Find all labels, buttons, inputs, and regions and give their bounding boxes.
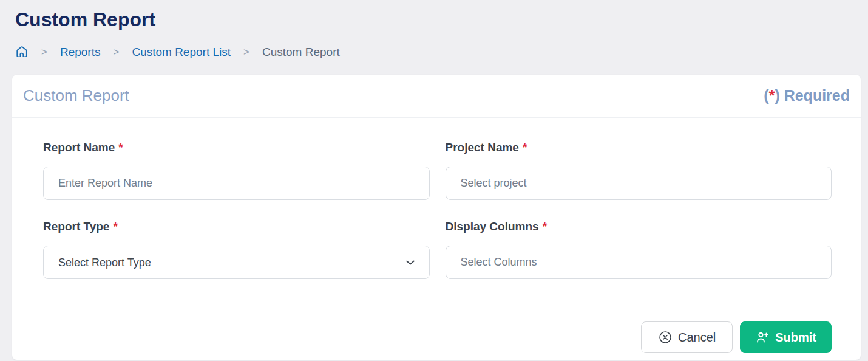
cancel-button-label: Cancel — [678, 331, 716, 343]
circled-x-icon — [658, 330, 673, 345]
report-name-label-text: Report Name — [43, 141, 115, 154]
breadcrumb-item-custom-report-list[interactable]: Custom Report List — [132, 46, 231, 58]
breadcrumb-separator: > — [243, 47, 249, 57]
submit-button[interactable]: Submit — [740, 321, 832, 353]
required-asterisk: * — [118, 141, 123, 154]
breadcrumb-separator: > — [113, 47, 119, 57]
project-name-label-text: Project Name — [446, 141, 519, 154]
report-name-input[interactable] — [43, 167, 430, 200]
user-plus-icon — [755, 330, 770, 345]
breadcrumb-item-reports[interactable]: Reports — [60, 46, 101, 58]
page-header: Custom Report > Reports > Custom Report … — [0, 0, 868, 58]
breadcrumb-separator: > — [41, 47, 47, 57]
breadcrumb: > Reports > Custom Report List > Custom … — [15, 45, 853, 58]
breadcrumb-home-link[interactable] — [15, 45, 29, 58]
required-asterisk: * — [523, 141, 527, 154]
cancel-button[interactable]: Cancel — [641, 321, 733, 353]
field-report-name: Report Name* — [43, 141, 430, 200]
required-legend: (*) Required — [764, 87, 850, 105]
required-legend-text: ) Required — [775, 87, 850, 104]
card-header: Custom Report (*) Required — [12, 75, 861, 118]
form-actions: Cancel Submit — [43, 321, 832, 353]
project-name-label: Project Name* — [446, 141, 832, 154]
home-icon — [15, 45, 29, 58]
card-title: Custom Report — [23, 86, 129, 105]
required-asterisk: * — [543, 220, 547, 233]
submit-button-label: Submit — [775, 331, 816, 343]
required-asterisk: * — [113, 220, 117, 233]
display-columns-input[interactable] — [446, 246, 832, 279]
display-columns-label: Display Columns* — [446, 220, 832, 233]
custom-report-form: Report Name* Project Name* Report Type* … — [43, 141, 832, 279]
report-type-select[interactable]: Select Report Type — [43, 246, 430, 279]
report-type-label-text: Report Type — [43, 220, 109, 233]
breadcrumb-item-current: Custom Report — [262, 46, 340, 58]
field-display-columns: Display Columns* — [446, 220, 832, 279]
project-name-input[interactable] — [446, 167, 832, 200]
report-type-label: Report Type* — [43, 220, 430, 233]
field-project-name: Project Name* — [446, 141, 832, 200]
display-columns-label-text: Display Columns — [446, 220, 539, 233]
report-type-select-wrap: Select Report Type — [43, 246, 430, 279]
required-legend-asterisk: * — [769, 87, 775, 104]
required-legend-paren-open: ( — [764, 87, 768, 104]
field-report-type: Report Type* Select Report Type — [43, 220, 430, 279]
card-body: Report Name* Project Name* Report Type* … — [12, 118, 861, 353]
report-name-label: Report Name* — [43, 141, 430, 154]
page-title: Custom Report — [15, 7, 853, 32]
custom-report-card: Custom Report (*) Required Report Name* … — [12, 75, 861, 360]
